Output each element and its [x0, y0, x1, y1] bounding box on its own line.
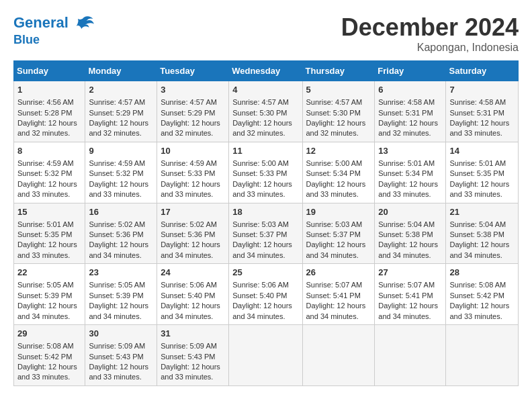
daylight-text: Daylight: 12 hours	[449, 240, 509, 248]
daylight-minutes: and 34 minutes.	[378, 251, 431, 259]
sunset-text: Sunset: 5:33 PM	[232, 169, 287, 177]
daylight-minutes: and 32 minutes.	[161, 129, 213, 137]
daylight-minutes: and 34 minutes.	[89, 251, 141, 259]
sunset-text: Sunset: 5:36 PM	[89, 230, 143, 238]
day-number: 19	[306, 206, 371, 218]
calendar-cell: 8 Sunrise: 4:59 AM Sunset: 5:32 PM Dayli…	[14, 142, 85, 203]
calendar-cell	[302, 325, 375, 386]
daylight-text: Daylight: 12 hours	[232, 180, 292, 188]
daylight-text: Daylight: 12 hours	[306, 240, 366, 248]
day-number: 10	[161, 145, 225, 157]
daylight-text: Daylight: 12 hours	[378, 240, 438, 248]
sunset-text: Sunset: 5:37 PM	[232, 230, 287, 238]
daylight-text: Daylight: 12 hours	[378, 119, 438, 127]
sunrise-text: Sunrise: 5:00 AM	[232, 159, 289, 167]
sunset-text: Sunset: 5:41 PM	[378, 291, 433, 300]
daylight-minutes: and 34 minutes.	[232, 251, 285, 259]
sunset-text: Sunset: 5:34 PM	[378, 169, 433, 177]
sunrise-text: Sunrise: 4:56 AM	[17, 98, 74, 106]
sunrise-text: Sunrise: 4:57 AM	[306, 98, 363, 106]
daylight-text: Daylight: 12 hours	[17, 363, 77, 371]
daylight-minutes: and 33 minutes.	[89, 190, 141, 198]
calendar-cell: 26 Sunrise: 5:07 AM Sunset: 5:41 PM Dayl…	[302, 264, 375, 325]
day-number: 22	[17, 267, 81, 279]
calendar-week-row: 1 Sunrise: 4:56 AM Sunset: 5:28 PM Dayli…	[14, 81, 519, 142]
daylight-minutes: and 33 minutes.	[161, 190, 213, 198]
sunset-text: Sunset: 5:40 PM	[232, 291, 287, 300]
calendar-cell: 11 Sunrise: 5:00 AM Sunset: 5:33 PM Dayl…	[229, 142, 302, 203]
sunset-text: Sunset: 5:42 PM	[449, 291, 504, 300]
daylight-minutes: and 33 minutes.	[89, 373, 141, 381]
daylight-text: Daylight: 12 hours	[89, 180, 148, 188]
daylight-text: Daylight: 12 hours	[161, 363, 220, 371]
day-number: 16	[89, 206, 153, 218]
sunrise-text: Sunrise: 5:07 AM	[306, 281, 363, 289]
calendar-cell: 30 Sunrise: 5:09 AM Sunset: 5:43 PM Dayl…	[85, 325, 157, 386]
calendar-cell: 19 Sunrise: 5:03 AM Sunset: 5:37 PM Dayl…	[302, 203, 375, 264]
calendar-week-row: 22 Sunrise: 5:05 AM Sunset: 5:39 PM Dayl…	[14, 264, 519, 325]
sunrise-text: Sunrise: 5:06 AM	[232, 281, 289, 289]
calendar-cell: 20 Sunrise: 5:04 AM Sunset: 5:38 PM Dayl…	[375, 203, 446, 264]
calendar-cell: 28 Sunrise: 5:08 AM Sunset: 5:42 PM Dayl…	[446, 264, 519, 325]
sunrise-text: Sunrise: 5:08 AM	[449, 281, 506, 289]
calendar-cell: 3 Sunrise: 4:57 AM Sunset: 5:29 PM Dayli…	[157, 81, 229, 142]
sunrise-text: Sunrise: 5:05 AM	[89, 281, 145, 289]
sunrise-text: Sunrise: 4:57 AM	[232, 98, 289, 106]
sunrise-text: Sunrise: 5:01 AM	[17, 220, 74, 228]
daylight-minutes: and 34 minutes.	[161, 312, 213, 320]
sunrise-text: Sunrise: 5:07 AM	[378, 281, 435, 289]
calendar-week-row: 29 Sunrise: 5:08 AM Sunset: 5:42 PM Dayl…	[14, 325, 519, 386]
day-number: 26	[306, 267, 371, 279]
calendar-cell: 18 Sunrise: 5:03 AM Sunset: 5:37 PM Dayl…	[229, 203, 302, 264]
sunset-text: Sunset: 5:38 PM	[449, 230, 504, 238]
daylight-text: Daylight: 12 hours	[378, 302, 438, 310]
daylight-minutes: and 32 minutes.	[17, 129, 70, 137]
day-number: 30	[89, 328, 153, 340]
calendar-cell: 15 Sunrise: 5:01 AM Sunset: 5:35 PM Dayl…	[14, 203, 85, 264]
day-number: 21	[449, 206, 515, 218]
calendar-cell: 6 Sunrise: 4:58 AM Sunset: 5:31 PM Dayli…	[375, 81, 446, 142]
calendar-cell: 5 Sunrise: 4:57 AM Sunset: 5:30 PM Dayli…	[302, 81, 375, 142]
day-number: 1	[17, 84, 81, 96]
daylight-minutes: and 34 minutes.	[306, 312, 359, 320]
daylight-text: Daylight: 12 hours	[17, 240, 77, 248]
daylight-text: Daylight: 12 hours	[17, 302, 77, 310]
daylight-minutes: and 33 minutes.	[17, 251, 70, 259]
day-number: 4	[232, 84, 298, 96]
daylight-text: Daylight: 12 hours	[378, 180, 438, 188]
sunset-text: Sunset: 5:29 PM	[161, 109, 215, 117]
logo-blue: Blue	[13, 34, 94, 47]
calendar-cell	[375, 325, 446, 386]
weekday-header-row: SundayMondayTuesdayWednesdayThursdayFrid…	[14, 61, 519, 81]
sunrise-text: Sunrise: 5:08 AM	[17, 342, 74, 350]
daylight-minutes: and 34 minutes.	[89, 312, 141, 320]
daylight-minutes: and 33 minutes.	[232, 190, 285, 198]
sunrise-text: Sunrise: 5:09 AM	[89, 342, 145, 350]
sunrise-text: Sunrise: 5:04 AM	[449, 220, 506, 228]
day-number: 15	[17, 206, 81, 218]
daylight-minutes: and 33 minutes.	[17, 373, 70, 381]
weekday-header: Saturday	[446, 61, 519, 81]
daylight-minutes: and 34 minutes.	[17, 312, 70, 320]
day-number: 9	[89, 145, 153, 157]
calendar-cell: 4 Sunrise: 4:57 AM Sunset: 5:30 PM Dayli…	[229, 81, 302, 142]
day-number: 3	[161, 84, 225, 96]
calendar-cell: 22 Sunrise: 5:05 AM Sunset: 5:39 PM Dayl…	[14, 264, 85, 325]
daylight-text: Daylight: 12 hours	[161, 240, 220, 248]
calendar-cell: 12 Sunrise: 5:00 AM Sunset: 5:34 PM Dayl…	[302, 142, 375, 203]
day-number: 27	[378, 267, 442, 279]
weekday-header: Sunday	[14, 61, 85, 81]
sunrise-text: Sunrise: 4:58 AM	[378, 98, 435, 106]
weekday-header: Thursday	[302, 61, 375, 81]
calendar-cell: 23 Sunrise: 5:05 AM Sunset: 5:39 PM Dayl…	[85, 264, 157, 325]
sunset-text: Sunset: 5:35 PM	[449, 169, 504, 177]
month-title: December 2024	[341, 13, 519, 42]
weekday-header: Tuesday	[157, 61, 229, 81]
page-header: General Blue December 2024 Kapongan, Ind…	[13, 13, 519, 54]
daylight-text: Daylight: 12 hours	[17, 119, 77, 127]
sunrise-text: Sunrise: 4:59 AM	[89, 159, 145, 167]
sunset-text: Sunset: 5:39 PM	[17, 291, 72, 300]
day-number: 31	[161, 328, 225, 340]
sunrise-text: Sunrise: 4:57 AM	[161, 98, 217, 106]
daylight-text: Daylight: 12 hours	[232, 240, 292, 248]
